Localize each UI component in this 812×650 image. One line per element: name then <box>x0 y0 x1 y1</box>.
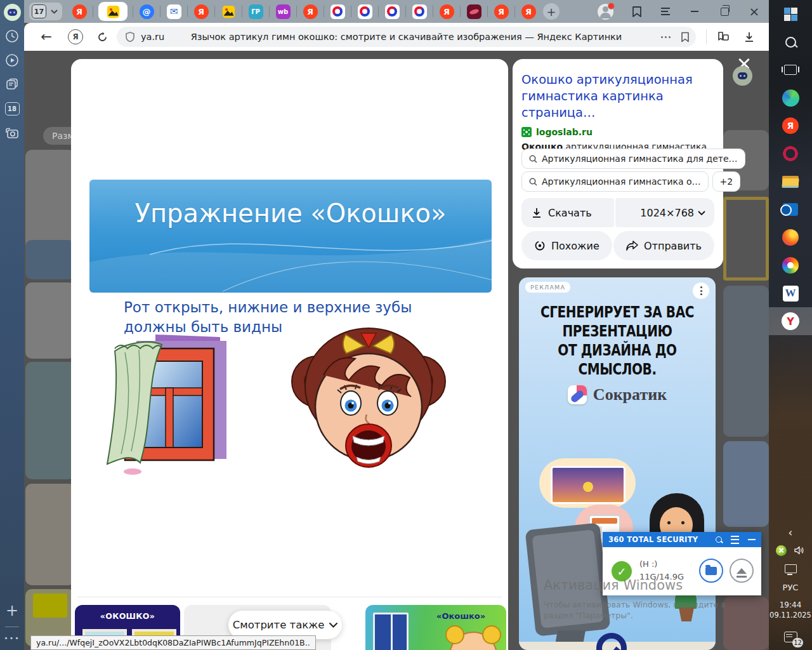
notification-badge: 12 <box>792 638 803 647</box>
similar-images-button[interactable]: Похожие <box>521 231 612 260</box>
tab-o-logo[interactable] <box>329 3 346 20</box>
tab-mail-envelope[interactable]: ✉ <box>166 3 182 20</box>
downloads-icon[interactable] <box>738 26 760 48</box>
browser-colorful-icon[interactable] <box>769 251 812 279</box>
eject-button[interactable] <box>730 559 754 583</box>
notification-center-button[interactable]: 12 <box>769 623 812 650</box>
alice-assistant-icon[interactable] <box>733 66 752 86</box>
resolution-dropdown[interactable]: 1024×768 <box>615 198 714 227</box>
history-icon[interactable] <box>0 24 24 48</box>
popup-search-icon[interactable] <box>716 536 722 543</box>
visual-search-icon <box>534 240 546 251</box>
source-site-link[interactable]: logoslab.ru <box>521 127 714 137</box>
tab-o-logo[interactable] <box>384 3 400 20</box>
tab-yandex[interactable]: Я <box>493 3 509 20</box>
network-icon[interactable] <box>769 560 812 578</box>
related-thumbnail-3[interactable]: «Окошко» <box>365 605 506 650</box>
security-popup-title: 360 TOTAL SECURITY <box>608 535 716 544</box>
search-button[interactable] <box>769 28 812 56</box>
security-popup-header[interactable]: 360 TOTAL SECURITY <box>603 532 761 547</box>
tab-divider <box>133 6 133 17</box>
tab-yandex[interactable]: Я <box>520 3 537 20</box>
new-tab-button[interactable]: + <box>543 3 560 20</box>
image-info-panel: Окошко артикуляционная гимнастика картин… <box>513 59 723 269</box>
yandex-home-button[interactable]: Я <box>65 26 86 48</box>
task-view-button[interactable] <box>769 56 812 84</box>
calendar-icon[interactable]: 18 <box>0 96 24 121</box>
window-illustration <box>100 327 238 476</box>
tab-divider <box>187 6 188 17</box>
download-button[interactable]: Скачать <box>521 198 614 227</box>
more-actions-icon[interactable] <box>661 36 671 38</box>
tab-divider <box>160 6 160 17</box>
tab-mail[interactable]: @ <box>138 3 155 20</box>
ad-menu-button[interactable] <box>693 282 709 299</box>
share-button[interactable]: Отправить <box>613 231 714 260</box>
opera-gx-icon[interactable] <box>769 140 812 168</box>
tab-divider <box>378 6 379 17</box>
more-suggestions-chip[interactable]: +2 <box>712 171 741 192</box>
file-explorer-icon[interactable] <box>769 168 812 196</box>
tab-maroon-logo[interactable] <box>466 3 482 20</box>
firefox-icon[interactable] <box>769 223 812 251</box>
edge-icon[interactable] <box>769 84 812 112</box>
start-button[interactable] <box>769 0 812 28</box>
word-icon[interactable]: W <box>769 279 812 307</box>
tab-gr[interactable]: ГР <box>247 3 264 20</box>
slide-image-banner[interactable]: Упражнение «Окошко» <box>89 180 492 293</box>
add-panel-icon[interactable]: + <box>0 599 24 623</box>
tab-o-logo[interactable] <box>357 3 373 20</box>
tab-o-logo[interactable] <box>411 3 428 20</box>
open-folder-button[interactable] <box>699 559 723 583</box>
bookmark-icon[interactable] <box>681 32 690 43</box>
tab-yandex[interactable]: Я <box>71 3 88 20</box>
popup-menu-icon[interactable] <box>731 536 739 544</box>
menu-icon[interactable] <box>660 7 671 16</box>
close-window-button[interactable]: × <box>749 6 760 17</box>
video-icon[interactable] <box>0 48 24 72</box>
tab-yandex[interactable]: Я <box>438 3 455 20</box>
show-hidden-icons-button[interactable]: ‹ <box>769 524 812 541</box>
tab-wildberries[interactable]: wb <box>275 3 291 20</box>
screenshot-icon[interactable] <box>0 121 24 145</box>
volume-icon[interactable] <box>794 546 805 555</box>
tab-yandex-images[interactable] <box>220 3 237 20</box>
drive-info: (H :) 11G/14.9G <box>639 558 684 583</box>
outlook-icon[interactable] <box>769 196 812 223</box>
address-input[interactable]: ya.ru Язычок артикул гимн окошко: смотри… <box>117 27 696 47</box>
suggestion-chip-1[interactable]: Артикуляционная гимнастика для дете… <box>521 149 745 169</box>
popup-minimize-icon[interactable] <box>748 539 756 541</box>
profile-avatar[interactable] <box>598 4 613 20</box>
result-title-link[interactable]: Окошко артикуляционная гимнастика картин… <box>521 72 714 121</box>
tab-yandex[interactable]: Я <box>302 3 318 20</box>
minimize-button[interactable] <box>689 6 700 17</box>
status-url-tooltip: ya.ru/.../WfqejI_zOoVX2Lbt0dqK08DaZIaPIW… <box>30 635 316 650</box>
tab-yandex-images-active[interactable] <box>98 2 128 21</box>
image-viewer-panel: Упражнение «Окошко» Рот открыть, нижние … <box>71 59 508 650</box>
browser-sidebar: 18 +••• <box>0 0 24 650</box>
folder-icon <box>705 567 717 575</box>
tab-yandex[interactable]: Я <box>193 3 209 20</box>
shield-icon[interactable] <box>122 26 138 48</box>
dimmed-thumbnail <box>723 441 769 527</box>
yandex-active-icon[interactable]: Y <box>769 307 812 335</box>
tab-counter-button[interactable]: 17 <box>29 3 62 20</box>
news-feed-icon[interactable] <box>0 72 24 96</box>
restore-button[interactable] <box>719 6 730 17</box>
bookmarks-icon[interactable] <box>632 6 642 18</box>
windows-taskbar: ЯWY ‹ РУС 19:4409.11.2025 12 <box>769 0 812 650</box>
yandex-images-icon <box>222 5 235 18</box>
clock[interactable]: 19:4409.11.2025 <box>769 597 812 623</box>
alice-icon[interactable] <box>0 0 24 24</box>
related-thumb3-caption: «Окошко» <box>436 611 485 621</box>
suggestion-chip-2[interactable]: Артикуляционная гимнастика о… <box>521 171 709 192</box>
thumb-girl-graphic <box>449 632 497 650</box>
360-security-tray-icon[interactable] <box>776 545 787 556</box>
back-button[interactable]: ← <box>36 26 57 48</box>
language-indicator[interactable]: РУС <box>769 578 812 597</box>
collections-icon[interactable] <box>713 26 735 48</box>
yandex-browser-icon[interactable]: Я <box>769 112 812 140</box>
reload-button[interactable] <box>91 26 113 48</box>
more-icon[interactable]: ••• <box>0 631 24 645</box>
notification-dot <box>608 3 615 10</box>
